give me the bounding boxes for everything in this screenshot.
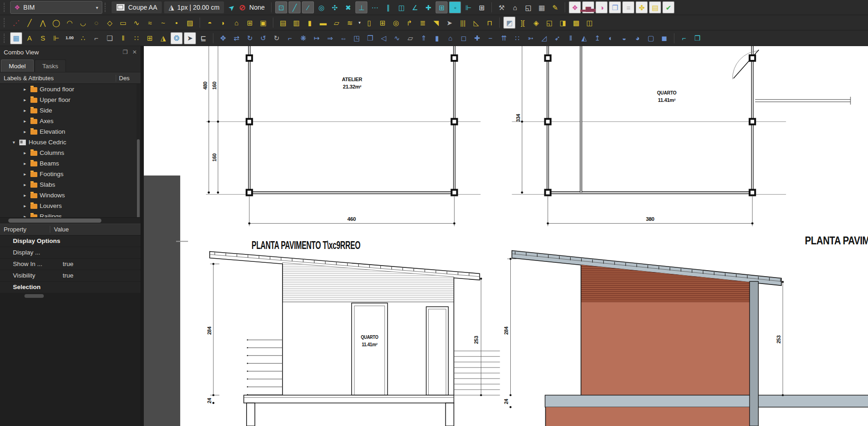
- dimension-style-icon[interactable]: ⊩: [462, 1, 474, 13]
- arch-pipe-icon[interactable]: ◎: [390, 17, 402, 29]
- toolbar-grip[interactable]: [4, 3, 6, 12]
- shapestring-icon[interactable]: S: [37, 32, 49, 44]
- tree-vertical-scrollbar[interactable]: [136, 84, 140, 217]
- draft-arc-icon[interactable]: ◠: [64, 17, 76, 29]
- snap-grid-icon[interactable]: ✣: [329, 1, 341, 13]
- solid-cube-icon[interactable]: ◼: [658, 32, 670, 44]
- draft-text-icon[interactable]: A: [24, 32, 35, 44]
- light-icon[interactable]: ❂: [171, 32, 183, 44]
- arch-slab-icon[interactable]: ▱: [331, 17, 342, 29]
- preferences-icon[interactable]: ⚒: [496, 1, 508, 13]
- cutplane-icon[interactable]: ◑: [596, 1, 608, 13]
- expand-arrow-icon[interactable]: ▸: [22, 172, 28, 177]
- layers-icon[interactable]: ≡: [622, 1, 634, 13]
- property-scrollbar[interactable]: [0, 293, 141, 426]
- trimex-icon[interactable]: ↦: [311, 32, 323, 44]
- expand-arrow-icon[interactable]: ▸: [22, 97, 28, 102]
- expand-arrow-icon[interactable]: ▾: [11, 140, 17, 145]
- arch-wall-icon[interactable]: ▤: [277, 17, 289, 29]
- snap-center-icon[interactable]: ◎: [315, 1, 327, 13]
- draft-bezier-icon[interactable]: ≈: [144, 17, 156, 29]
- close-panel-icon[interactable]: ✕: [132, 49, 137, 55]
- arch-beam-icon[interactable]: ▬: [317, 17, 329, 29]
- toolbar-grip[interactable]: [105, 3, 107, 12]
- tree-item[interactable]: ▸Ground floor: [0, 84, 141, 95]
- schedule-icon[interactable]: ▤: [649, 1, 661, 13]
- angular-dimension-icon[interactable]: ⌐: [90, 32, 102, 44]
- draft-pointchain-icon[interactable]: ⋰: [10, 17, 22, 29]
- heal-icon[interactable]: ➶: [551, 32, 563, 44]
- snap-angle-icon[interactable]: ∠: [409, 1, 421, 13]
- shape2dview-icon[interactable]: ◻: [458, 32, 470, 44]
- rotate-copy-icon[interactable]: ↺: [257, 32, 269, 44]
- arch-section-plane-icon[interactable]: ⊞: [244, 17, 256, 29]
- cut-plane-icon[interactable]: ◒: [618, 32, 630, 44]
- arch-truss-icon[interactable]: ◺: [470, 17, 482, 29]
- tree-horizontal-scrollbar[interactable]: [0, 217, 141, 224]
- project-home-icon[interactable]: ⌂: [509, 1, 521, 13]
- arch-reference-icon[interactable]: ▣: [257, 17, 269, 29]
- join-icon[interactable]: ⇒: [324, 32, 336, 44]
- toolbar-grip[interactable]: [4, 18, 6, 27]
- offset-icon[interactable]: ⌐: [284, 32, 296, 44]
- facebinder-blue-icon[interactable]: ▮: [431, 32, 443, 44]
- extrude-icon[interactable]: ↥: [591, 32, 603, 44]
- arch-project-icon[interactable]: ⌂: [230, 17, 242, 29]
- image-plane-icon[interactable]: ▦: [10, 32, 22, 44]
- drawing-canvas[interactable]: ATELIER 21.32m² 480 160 160 460: [141, 46, 868, 426]
- copy-move-icon[interactable]: ⇄: [230, 32, 242, 44]
- rotate-gray-icon[interactable]: ↻: [271, 32, 283, 44]
- tree-item[interactable]: ▸Beams: [0, 158, 141, 169]
- placement-icon[interactable]: ◱: [543, 17, 555, 29]
- draft-arc3points-icon[interactable]: ◡: [77, 17, 89, 29]
- bim-box-icon[interactable]: ◩: [503, 17, 515, 29]
- split-icon[interactable]: ⇔: [337, 32, 349, 44]
- draft-arrow-icon[interactable]: ➤: [227, 2, 237, 12]
- snap-midpoint-icon[interactable]: ∕: [302, 1, 314, 13]
- arch-door-icon[interactable]: ▯: [363, 17, 375, 29]
- tree-item[interactable]: ▸Railings: [0, 211, 141, 217]
- arch-window-icon[interactable]: ⊞: [377, 17, 389, 29]
- tree-item[interactable]: ▸Upper floor: [0, 95, 141, 105]
- snap-lock-icon[interactable]: ⊡: [275, 1, 287, 13]
- draft-line-icon[interactable]: ╱: [24, 17, 35, 29]
- draft-bspline-icon[interactable]: ∿: [130, 17, 142, 29]
- point-array-icon[interactable]: ∷: [130, 32, 142, 44]
- slope-icon[interactable]: ◿: [538, 32, 550, 44]
- property-value[interactable]: true: [59, 272, 141, 279]
- snap-endpoint-icon[interactable]: ╱: [289, 1, 301, 13]
- tree-item[interactable]: ▸Windows: [0, 190, 141, 201]
- mirror-3d-icon[interactable]: ◭: [578, 32, 590, 44]
- arch-curtainwall-icon[interactable]: ▥: [290, 17, 302, 29]
- facebinder-icon[interactable]: ❏: [104, 32, 116, 44]
- property-row[interactable]: Display ...: [0, 247, 141, 259]
- annotation-scale-icon[interactable]: ◮: [157, 32, 169, 44]
- toolbar-grip[interactable]: [4, 34, 6, 43]
- tree-item[interactable]: ▸Axes: [0, 116, 141, 126]
- expand-arrow-icon[interactable]: ▸: [22, 87, 28, 92]
- draft-polygon-icon[interactable]: ◇: [104, 17, 116, 29]
- offset-2d-icon[interactable]: ⌐: [678, 32, 690, 44]
- arch-fence-icon[interactable]: |||: [457, 17, 469, 29]
- arch-building-icon[interactable]: ◓: [204, 17, 216, 29]
- tree-item[interactable]: ▸Columns: [0, 148, 141, 158]
- draft-cubicbezier-icon[interactable]: ~: [157, 17, 169, 29]
- expand-arrow-icon[interactable]: ▸: [22, 182, 28, 187]
- working-plane-view-icon[interactable]: ◱: [522, 1, 534, 13]
- annotation-style-icon[interactable]: ✎: [549, 1, 561, 13]
- panel-sheet-icon[interactable]: ▩: [570, 17, 582, 29]
- tab-tasks[interactable]: Tasks: [35, 59, 66, 72]
- upgrade-icon[interactable]: ⇑: [418, 32, 430, 44]
- ortho-array-icon[interactable]: ∷: [511, 32, 523, 44]
- clone-icon[interactable]: ❐: [364, 32, 376, 44]
- draft-to-sketch-icon[interactable]: ⇈: [498, 32, 510, 44]
- property-value[interactable]: true: [59, 260, 141, 267]
- tree-item[interactable]: ▸Side: [0, 105, 141, 116]
- float-panel-icon[interactable]: ❐: [123, 49, 128, 55]
- expand-arrow-icon[interactable]: ▸: [22, 161, 28, 166]
- arch-column-icon[interactable]: ▮: [304, 17, 316, 29]
- expand-arrow-icon[interactable]: ▸: [22, 118, 28, 124]
- wire-to-bspline-icon[interactable]: ⌂: [444, 32, 456, 44]
- tree-item[interactable]: ▸Footings: [0, 169, 141, 179]
- path-array-icon[interactable]: ➳: [525, 32, 537, 44]
